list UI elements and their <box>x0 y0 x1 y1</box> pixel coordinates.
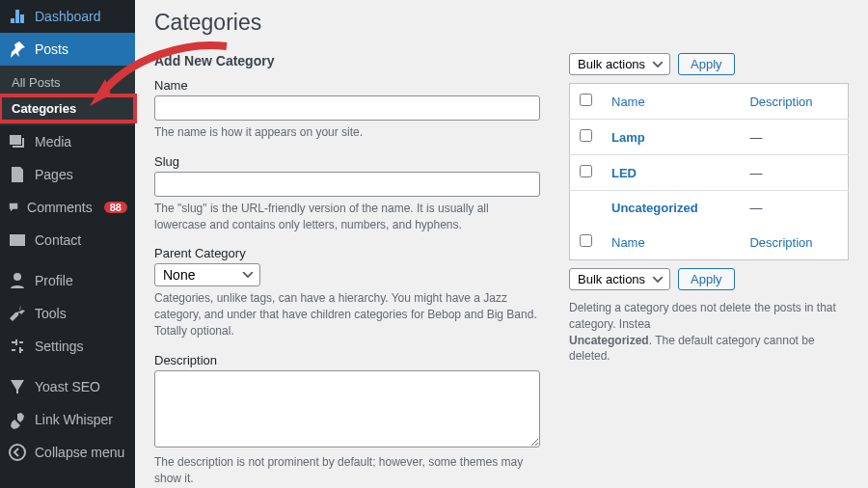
profile-icon <box>8 271 27 290</box>
sidebar-item-contact[interactable]: Contact <box>0 224 135 257</box>
col-desc-foot[interactable]: Description <box>749 235 812 250</box>
category-desc: — <box>740 120 848 155</box>
categories-table: Name Description Lamp—LED—Uncategorized—… <box>569 83 849 260</box>
parent-help: Categories, unlike tags, can have a hier… <box>154 290 540 339</box>
name-input[interactable] <box>154 95 540 121</box>
page-title: Categories <box>154 10 849 36</box>
select-all-top[interactable] <box>580 94 592 106</box>
col-name[interactable]: Name <box>611 95 645 109</box>
sidebar-item-label: Settings <box>35 339 84 354</box>
sidebar-item-collapse[interactable]: Collapse menu <box>0 436 135 469</box>
sidebar-item-label: Profile <box>35 273 73 288</box>
comments-badge: 88 <box>104 202 127 213</box>
sidebar-item-yoast[interactable]: Yoast SEO <box>0 370 135 403</box>
collapse-icon <box>8 443 27 462</box>
bulk-actions-top[interactable]: Bulk actions <box>569 53 670 75</box>
main-content: Categories Add New Category Name The nam… <box>135 0 868 488</box>
category-desc: — <box>740 191 848 226</box>
slug-input[interactable] <box>154 172 540 197</box>
desc-textarea[interactable] <box>154 370 540 447</box>
parent-select[interactable]: None <box>154 263 260 286</box>
name-label: Name <box>154 78 540 93</box>
name-help: The name is how it appears on your site. <box>154 124 540 141</box>
sidebar-item-label: Posts <box>35 41 68 57</box>
category-link[interactable]: LED <box>611 166 637 180</box>
table-row: LED— <box>570 155 849 191</box>
comments-icon <box>8 198 19 217</box>
category-link[interactable]: Lamp <box>611 130 645 145</box>
sidebar-item-pages[interactable]: Pages <box>0 158 135 191</box>
parent-label: Parent Category <box>154 246 540 260</box>
apply-bottom-button[interactable]: Apply <box>678 268 735 290</box>
table-row: Lamp— <box>570 120 849 155</box>
admin-sidebar: Dashboard Posts All Posts Categories Med… <box>0 0 135 488</box>
row-checkbox[interactable] <box>580 165 592 177</box>
desc-help: The description is not prominent by defa… <box>154 454 540 487</box>
sidebar-item-label: Contact <box>35 232 81 248</box>
category-link[interactable]: Uncategorized <box>611 201 698 215</box>
apply-top-button[interactable]: Apply <box>678 53 735 75</box>
slug-label: Slug <box>154 154 540 169</box>
posts-submenu: All Posts Categories <box>0 66 135 125</box>
add-category-form: Add New Category Name The name is how it… <box>154 53 540 488</box>
link-icon <box>8 410 27 429</box>
category-desc: — <box>740 155 848 191</box>
sidebar-item-label: Media <box>35 134 71 149</box>
desc-label: Description <box>154 353 540 367</box>
media-icon <box>8 132 27 151</box>
sidebar-item-dashboard[interactable]: Dashboard <box>0 0 135 33</box>
sidebar-item-label: Yoast SEO <box>35 379 100 394</box>
sidebar-item-label: Link Whisper <box>35 412 113 427</box>
sidebar-item-comments[interactable]: Comments 88 <box>0 191 135 224</box>
col-desc[interactable]: Description <box>749 95 812 109</box>
table-row: Uncategorized— <box>570 191 849 226</box>
sidebar-item-link-whisper[interactable]: Link Whisper <box>0 403 135 436</box>
sidebar-item-label: Comments <box>27 200 93 215</box>
sidebar-item-label: Collapse menu <box>35 445 124 460</box>
sidebar-item-posts[interactable]: Posts <box>0 33 135 66</box>
pin-icon <box>8 40 27 59</box>
dashboard-icon <box>8 7 27 26</box>
settings-icon <box>8 337 27 356</box>
sidebar-item-tools[interactable]: Tools <box>0 297 135 330</box>
sidebar-item-label: Tools <box>35 306 67 321</box>
row-checkbox[interactable] <box>580 129 592 142</box>
sidebar-item-settings[interactable]: Settings <box>0 330 135 363</box>
pages-icon <box>8 165 27 184</box>
sidebar-item-label: Dashboard <box>35 9 101 24</box>
mail-icon <box>8 230 27 250</box>
col-name-foot[interactable]: Name <box>611 235 645 250</box>
category-list: Bulk actions Apply Name Description Lamp… <box>569 53 849 488</box>
sidebar-item-media[interactable]: Media <box>0 125 135 158</box>
sidebar-item-label: Pages <box>35 167 73 182</box>
bulk-actions-bottom[interactable]: Bulk actions <box>569 268 670 290</box>
sidebar-item-profile[interactable]: Profile <box>0 264 135 297</box>
submenu-categories[interactable]: Categories <box>0 95 135 122</box>
svg-point-0 <box>10 445 25 460</box>
submenu-all-posts[interactable]: All Posts <box>0 69 135 95</box>
yoast-icon <box>8 377 27 396</box>
select-all-bottom[interactable] <box>580 234 592 247</box>
slug-help: The "slug" is the URL-friendly version o… <box>154 201 540 233</box>
tools-icon <box>8 304 27 323</box>
form-heading: Add New Category <box>154 53 540 68</box>
delete-footnote: Deleting a category does not delete the … <box>569 300 849 365</box>
